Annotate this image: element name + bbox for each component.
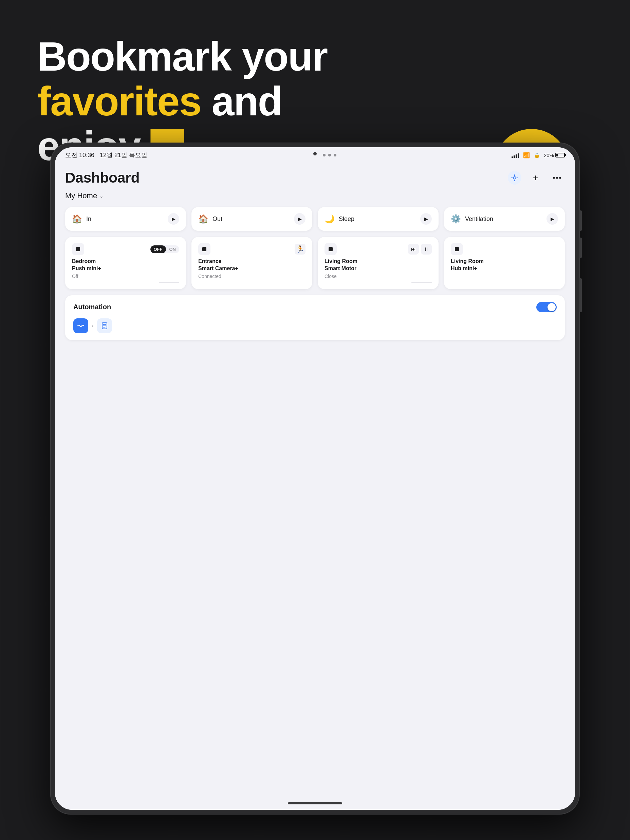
status-center-dots [323,154,336,156]
scene-in-icon: 🏠 [72,214,82,224]
device-card-hub[interactable]: Living RoomHub mini+ [444,237,565,289]
device-bedroom-icon [72,243,84,255]
battery-shape [555,153,565,158]
toggle-off-option[interactable]: OFF [150,245,166,253]
scene-in-play-button[interactable]: ▶ [168,213,179,225]
ipad-volume-down [580,238,582,258]
device-motor-controls [325,282,432,283]
scene-in-name: In [86,216,164,223]
status-dot-2 [328,154,331,156]
hero-line2-rest: and [201,78,282,124]
svg-point-0 [513,177,516,179]
more-button[interactable]: ••• [550,171,565,185]
scene-ventilation-name: Ventilation [465,216,542,223]
device-card-motor[interactable]: ⏭ ⏸ Living RoomSmart Motor Close [318,237,439,289]
status-dot-3 [334,154,336,156]
device-hub-name: Living RoomHub mini+ [451,258,558,272]
motor-controls: ⏭ ⏸ [408,244,432,254]
dashboard-title: Dashboard [65,170,139,186]
automation-section: Automation › [65,295,565,340]
home-selector-text: My Home [65,191,97,200]
scenes-row: 🏠 In ▶ 🏠 Out ▶ 🌙 Sleep ▶ ⚙️ Ventilation [65,207,565,231]
header-actions: + ••• [508,171,565,185]
status-time: 오전 10:36 [65,151,94,159]
device-card-entrance[interactable]: 🏃 EntranceSmart Camera+ Connected [191,237,312,289]
scene-card-sleep[interactable]: 🌙 Sleep ▶ [318,207,439,231]
scene-card-ventilation[interactable]: ⚙️ Ventilation ▶ [444,207,565,231]
wave-icon [77,322,85,330]
location-icon [511,174,518,182]
scene-out-icon: 🏠 [198,214,208,224]
hero-line2: favorites and [37,79,327,123]
status-right: 📶 🔒 20% [512,152,565,158]
scene-card-in[interactable]: 🏠 In ▶ [65,207,186,231]
device-entrance-header: 🏃 [198,243,305,255]
scene-ventilation-icon: ⚙️ [451,214,461,224]
lock-icon: 🔒 [534,152,540,158]
battery-percent: 20% [544,152,554,158]
motor-skip-button[interactable]: ⏭ [408,244,419,254]
chevron-down-icon: ⌄ [99,193,104,199]
automation-title: Automation [73,303,111,311]
device-motor-header: ⏭ ⏸ [325,243,432,255]
scene-sleep-play-button[interactable]: ▶ [420,213,432,225]
dashboard-header: Dashboard + ••• [65,170,565,186]
scene-sleep-icon: 🌙 [325,214,335,224]
add-button[interactable]: + [528,171,543,185]
ipad-frame: 오전 10:36 12월 21일 목요일 📶 🔒 20% [50,142,580,815]
device-bedroom-slider[interactable] [159,282,179,283]
device-motor-slider[interactable] [411,282,432,283]
scene-ventilation-play-button[interactable]: ▶ [546,213,558,225]
scene-sleep-name: Sleep [339,216,416,223]
toggle-on-option[interactable]: ON [166,245,180,253]
signal-bar-1 [512,156,513,158]
automation-flow: › [73,318,557,333]
ipad-camera [313,152,317,155]
device-bedroom-name: BedroomPush mini+ [72,258,179,272]
device-motor-icon [325,243,337,255]
device-bedroom-header: OFF ON [72,243,179,255]
hub-icon [454,246,460,252]
motor-icon [328,246,334,252]
app-content: Dashboard + ••• My Home ⌄ [55,163,575,810]
entrance-action-button[interactable]: 🏃 [295,244,305,254]
scene-card-out[interactable]: 🏠 Out ▶ [191,207,312,231]
svg-rect-4 [455,247,459,251]
device-hub-header [451,243,558,255]
automation-toggle-knob [548,303,556,311]
device-bedroom-status: Off [72,273,179,279]
wifi-icon: 📶 [523,152,530,158]
device-entrance-icon [198,243,210,255]
device-hub-icon [451,243,463,255]
toggle-switch-bedroom[interactable]: OFF ON [150,245,180,253]
device-entrance-name: EntranceSmart Camera+ [198,258,305,272]
ipad-screen: 오전 10:36 12월 21일 목요일 📶 🔒 20% [55,147,575,810]
device-bedroom-controls [72,282,179,283]
svg-rect-2 [202,247,206,251]
hero-line1: Bookmark your [37,34,327,79]
device-motor-name: Living RoomSmart Motor [325,258,432,272]
svg-rect-3 [328,247,333,251]
automation-header: Automation [73,302,557,312]
svg-rect-1 [76,247,80,251]
scene-out-play-button[interactable]: ▶ [294,213,305,225]
flow-from-icon [73,318,88,333]
device-motor-status: Close [325,273,432,279]
scene-out-name: Out [213,216,290,223]
device-card-bedroom[interactable]: OFF ON BedroomPush mini+ Off [65,237,186,289]
device-entrance-status: Connected [198,273,305,279]
battery-container: 20% [544,152,565,158]
automation-toggle[interactable] [536,302,557,312]
home-selector[interactable]: My Home ⌄ [65,191,565,200]
signal-bar-3 [516,155,517,158]
signal-bar-4 [518,153,519,158]
signal-bar-2 [513,155,515,158]
camera-icon [201,246,207,252]
ipad-power-button [580,278,582,312]
status-date: 12월 21일 목요일 [100,151,147,159]
location-button[interactable] [508,171,521,185]
push-icon [75,246,81,252]
battery-fill [556,154,558,156]
motor-pause-button[interactable]: ⏸ [421,244,432,254]
document-icon [101,322,109,330]
